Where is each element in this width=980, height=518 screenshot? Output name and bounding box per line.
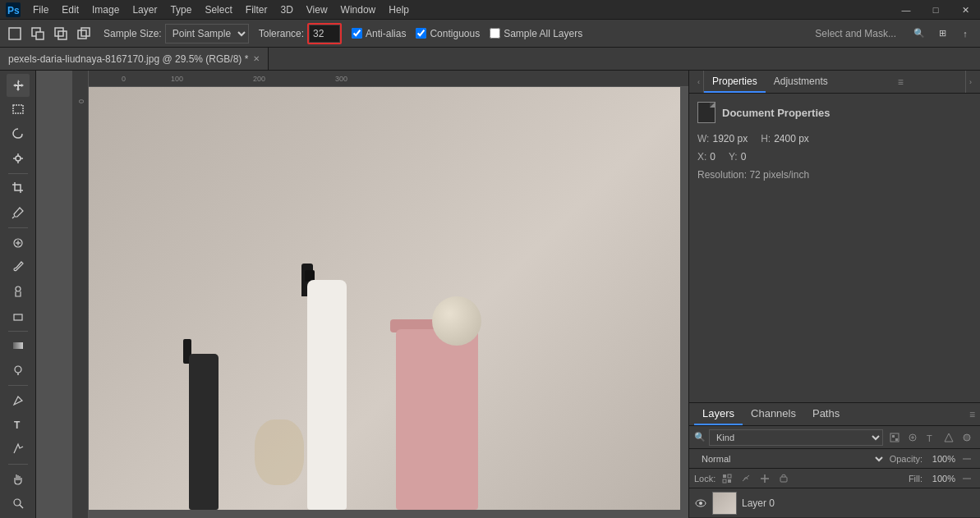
- zoom-tool[interactable]: [7, 492, 30, 515]
- opacity-label: Opacity:: [890, 454, 922, 464]
- layout-icon[interactable]: ⊞: [932, 24, 952, 44]
- lock-label: Lock:: [694, 474, 715, 484]
- glass-ball: [432, 296, 481, 346]
- svg-text:Ps: Ps: [7, 5, 20, 16]
- layers-kind-select[interactable]: Kind: [709, 429, 883, 446]
- dodge-tool[interactable]: [7, 359, 30, 382]
- hand-tool[interactable]: [7, 468, 30, 491]
- sample-all-layers-label[interactable]: Sample All Layers: [504, 28, 582, 39]
- move-tool[interactable]: [7, 74, 30, 97]
- menu-view[interactable]: View: [300, 0, 334, 19]
- menu-edit[interactable]: Edit: [55, 0, 85, 19]
- lock-transparent-pixels-button[interactable]: [719, 470, 735, 487]
- sample-size-dropdown[interactable]: Point Sample: [165, 24, 249, 44]
- healing-brush-tool[interactable]: [7, 231, 30, 254]
- clone-stamp-tool[interactable]: [7, 280, 30, 303]
- lasso-tool[interactable]: [7, 122, 30, 145]
- menu-layer[interactable]: Layer: [126, 0, 163, 19]
- close-button[interactable]: ✕: [950, 0, 980, 20]
- blend-mode-select[interactable]: Normal: [694, 451, 886, 467]
- eyedropper-tool[interactable]: [7, 201, 30, 224]
- contiguous-label[interactable]: Contiguous: [430, 28, 480, 39]
- maximize-button[interactable]: □: [921, 0, 950, 20]
- menu-window[interactable]: Window: [334, 0, 383, 19]
- menu-type[interactable]: Type: [163, 0, 198, 19]
- tab-adjustments[interactable]: Adjustments: [766, 71, 836, 93]
- layer-name: Layer 0: [742, 497, 975, 509]
- panel-expand-right-button[interactable]: ›: [965, 71, 975, 93]
- magic-wand-tool[interactable]: [7, 147, 30, 170]
- menu-help[interactable]: Help: [382, 0, 416, 19]
- svg-point-25: [14, 499, 21, 506]
- panel-collapse-left-button[interactable]: ‹: [694, 71, 704, 93]
- eraser-tool[interactable]: [7, 305, 30, 328]
- pen-tool[interactable]: [7, 389, 30, 412]
- filter-adjustment-icon[interactable]: [904, 429, 921, 446]
- search-icon[interactable]: 🔍: [909, 24, 929, 44]
- opacity-stepper-icon[interactable]: [959, 451, 975, 467]
- layer-item[interactable]: Layer 0: [689, 488, 980, 518]
- menu-image[interactable]: Image: [85, 0, 126, 19]
- minimize-button[interactable]: —: [891, 0, 921, 20]
- doc-x-item: X: 0: [697, 151, 715, 163]
- document-tab-close[interactable]: ✕: [253, 54, 260, 63]
- doc-height-value: 2400 px: [774, 133, 809, 144]
- properties-content: Document Properties W: 1920 px H: 2400 p…: [689, 94, 980, 402]
- layers-list: Layer 0: [689, 488, 980, 518]
- tab-layers[interactable]: Layers: [694, 403, 743, 425]
- svg-rect-42: [728, 479, 731, 483]
- spray-bottle-tall: [307, 280, 347, 510]
- document-tab[interactable]: pexels-daria-liudnaya-8167170.jpg @ 29.5…: [0, 48, 269, 70]
- menu-filter[interactable]: Filter: [239, 0, 274, 19]
- sample-all-layers-checkbox[interactable]: [490, 28, 500, 39]
- tab-paths[interactable]: Paths: [804, 403, 848, 425]
- fill-label: Fill:: [909, 474, 922, 484]
- tool-option-rect-diff[interactable]: [74, 24, 94, 44]
- filter-pixel-icon[interactable]: [886, 429, 903, 446]
- filter-type-icon[interactable]: T: [922, 429, 939, 446]
- fill-stepper-icon[interactable]: [959, 470, 975, 487]
- filter-shape-icon[interactable]: [941, 429, 957, 446]
- anti-alias-label[interactable]: Anti-alias: [366, 28, 406, 39]
- lock-image-pixels-button[interactable]: [738, 470, 754, 487]
- tool-option-rect-intersect[interactable]: [51, 24, 71, 44]
- lock-artboard-button[interactable]: [775, 470, 792, 487]
- cloud-upload-icon[interactable]: ↑: [955, 24, 975, 44]
- canvas-image-container[interactable]: [89, 87, 680, 510]
- tab-channels[interactable]: Channels: [743, 403, 804, 425]
- tolerance-input-wrapper: [307, 23, 342, 44]
- layers-menu-icon[interactable]: ≡: [969, 409, 975, 420]
- layer-thumbnail: [712, 492, 737, 515]
- layers-search-icon[interactable]: 🔍: [694, 432, 706, 442]
- doc-height-item: H: 2400 px: [761, 133, 809, 144]
- properties-menu-icon[interactable]: ≡: [898, 76, 904, 88]
- rectangle-select-tool[interactable]: [7, 99, 30, 121]
- brush-tool[interactable]: [7, 256, 30, 279]
- tolerance-input[interactable]: [310, 25, 339, 42]
- svg-text:100: 100: [171, 75, 183, 83]
- svg-rect-7: [78, 30, 86, 39]
- doc-height-label: H:: [761, 133, 771, 144]
- anti-alias-checkbox[interactable]: [352, 28, 362, 39]
- path-select-tool[interactable]: [7, 438, 30, 461]
- crop-tool[interactable]: [7, 177, 30, 200]
- canvas-area[interactable]: 0100200300 0: [36, 71, 688, 518]
- anti-alias-group: Anti-alias: [352, 28, 406, 39]
- menu-select[interactable]: Select: [198, 0, 238, 19]
- filter-smart-icon[interactable]: [959, 429, 975, 446]
- tool-option-rect-sub[interactable]: [28, 24, 48, 44]
- svg-rect-4: [36, 32, 44, 39]
- tool-option-rect-add[interactable]: [5, 24, 25, 44]
- layers-toolbar: 🔍 Kind T: [689, 426, 980, 449]
- select-and-mask-button[interactable]: Select and Mask...: [808, 20, 903, 47]
- doc-width-value: 1920 px: [712, 133, 748, 144]
- menu-3d[interactable]: 3D: [274, 0, 299, 19]
- layer-visibility-toggle[interactable]: [694, 497, 707, 510]
- menu-file[interactable]: File: [26, 0, 55, 19]
- gradient-tool[interactable]: [7, 335, 30, 358]
- contiguous-checkbox[interactable]: [416, 28, 426, 39]
- tab-properties[interactable]: Properties: [704, 71, 766, 93]
- text-tool[interactable]: T: [7, 413, 30, 436]
- small-spray-bottle: [189, 354, 219, 510]
- lock-position-button[interactable]: [757, 470, 773, 487]
